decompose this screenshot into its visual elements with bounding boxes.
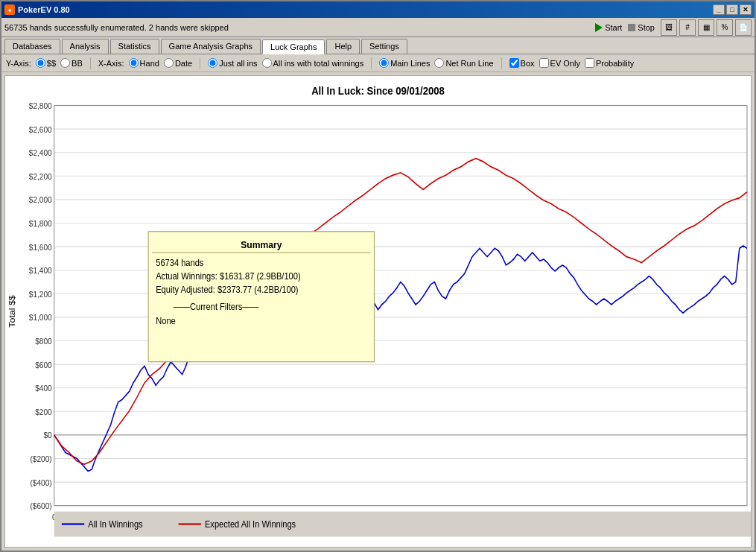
checkbox-ev-only[interactable] [539,58,549,68]
checkbox-box-label[interactable]: Box [509,58,535,68]
summary-equity: Equity Adjusted: $2373.77 (4.2BB/100) [156,285,298,295]
checkbox-probability[interactable] [585,58,594,68]
filter-just-all-ins-radio[interactable] [208,58,217,68]
svg-text:$2,800: $2,800 [29,101,52,110]
svg-text:$2,200: $2,200 [29,171,52,181]
tab-help[interactable]: Help [326,39,360,54]
y-axis-bb-label[interactable]: BB [60,58,83,68]
x-axis-date-label[interactable]: Date [164,58,192,68]
chart-svg: All In Luck: Since 09/01/2008 Total $$ $… [5,76,751,547]
tab-settings[interactable]: Settings [361,39,407,54]
svg-text:$200: $200 [35,407,52,416]
separator-4 [501,57,502,69]
y-axis-bb-radio[interactable] [60,58,70,68]
title-bar-left: ♠ PokerEV 0.80 [4,4,70,15]
separator-1 [90,57,91,69]
svg-text:($400): ($400) [30,478,51,487]
display-net-run-radio[interactable] [434,58,444,68]
x-axis-hand-label[interactable]: Hand [129,58,159,68]
summary-box-rect [148,232,374,362]
summary-filters-value: None [156,315,176,326]
stop-button[interactable]: Stop [628,23,655,32]
options-bar: Y-Axis: $$ BB X-Axis: Hand Date Just all… [1,54,755,72]
filter-all-ins-total-radio[interactable] [262,58,272,68]
svg-text:$2,400: $2,400 [29,148,52,158]
svg-text:($200): ($200) [30,454,51,463]
summary-title: Summary [241,239,282,251]
start-button[interactable]: Start [595,23,622,32]
tab-analysis[interactable]: Analysis [62,39,109,54]
svg-text:$1,600: $1,600 [29,242,52,252]
chart-icon-button[interactable]: ▦ [698,19,714,36]
summary-hands: 56734 hands [156,257,203,267]
stop-icon [628,24,635,31]
svg-text:$2,600: $2,600 [29,124,52,134]
maximize-button[interactable]: □ [726,4,738,15]
tab-luck-graphs[interactable]: Luck Graphs [262,39,325,54]
title-bar-controls: _ □ ✕ [713,4,752,15]
display-main-lines-label[interactable]: Main Lines [379,58,430,68]
svg-text:$1,400: $1,400 [29,266,52,276]
y-axis-dollars-label[interactable]: $$ [36,58,56,68]
percent-icon-button[interactable]: % [717,19,733,36]
display-main-lines-radio[interactable] [379,58,389,68]
toolbar-buttons: Start Stop [595,23,655,32]
tab-statistics[interactable]: Statistics [110,39,159,54]
svg-text:$0: $0 [43,431,51,440]
play-icon [595,23,603,32]
svg-text:$1,200: $1,200 [29,289,52,299]
toolbar-right: 🖼 # ▦ % 📄 [661,19,752,36]
page-icon-button[interactable]: 📄 [735,19,752,36]
close-button[interactable]: ✕ [740,4,752,15]
toolbar: 56735 hands successfully enumerated. 2 h… [1,18,755,37]
checkbox-probability-label[interactable]: Probability [585,58,634,68]
tabs-bar: Databases Analysis Statistics Game Analy… [1,37,755,54]
legend-blue-label: All In Winnings [88,518,143,529]
y-axis-dollars-radio[interactable] [36,58,45,68]
display-net-run-line-label[interactable]: Net Run Line [434,58,493,68]
filter-just-all-ins-label[interactable]: Just all ins [208,58,257,68]
minimize-button[interactable]: _ [713,4,725,15]
tab-databases[interactable]: Databases [4,39,60,54]
svg-text:$2,000: $2,000 [29,195,52,205]
svg-text:$1,000: $1,000 [29,313,52,323]
svg-text:$400: $400 [35,384,52,393]
filter-all-ins-total-winnings-label[interactable]: All ins with total winnings [262,58,364,68]
separator-2 [200,57,200,69]
svg-text:($600): ($600) [30,501,51,511]
y-axis-label: Total $$ [7,295,16,328]
grid-icon-button[interactable]: # [679,19,696,36]
x-axis-date-radio[interactable] [164,58,174,68]
x-axis-hand-radio[interactable] [129,58,139,68]
status-text: 56735 hands successfully enumerated. 2 h… [4,23,589,32]
separator-3 [371,57,372,69]
summary-actual: Actual Winnings: $1631.87 (2.9BB/100) [156,271,300,282]
svg-text:$1,800: $1,800 [29,218,52,228]
legend-red-label: Expected All In Winnings [205,518,296,529]
checkbox-ev-only-label[interactable]: EV Only [539,58,580,68]
svg-text:$800: $800 [35,336,52,346]
y-axis-ticks: $2,800 $2,600 $2,400 $2,200 $2,000 $1,80… [29,101,747,510]
window-title: PokerEV 0.80 [18,5,70,14]
chart-area: All In Luck: Since 09/01/2008 Total $$ $… [4,75,752,548]
main-window: ♠ PokerEV 0.80 _ □ ✕ 56735 hands success… [0,0,756,552]
app-icon: ♠ [4,4,15,15]
image-icon-button[interactable]: 🖼 [661,19,677,36]
chart-title: All In Luck: Since 09/01/2008 [311,84,445,97]
legend-bg [54,512,751,537]
y-axis-label: Y-Axis: [6,59,31,68]
x-axis-label: X-Axis: [98,59,124,68]
checkbox-box[interactable] [509,58,519,68]
title-bar: ♠ PokerEV 0.80 _ □ ✕ [1,1,755,18]
summary-filters-label: ——Current Filters—— [174,301,259,311]
svg-text:$600: $600 [35,360,52,369]
tab-game-analysis-graphs[interactable]: Game Analysis Graphs [161,39,261,54]
